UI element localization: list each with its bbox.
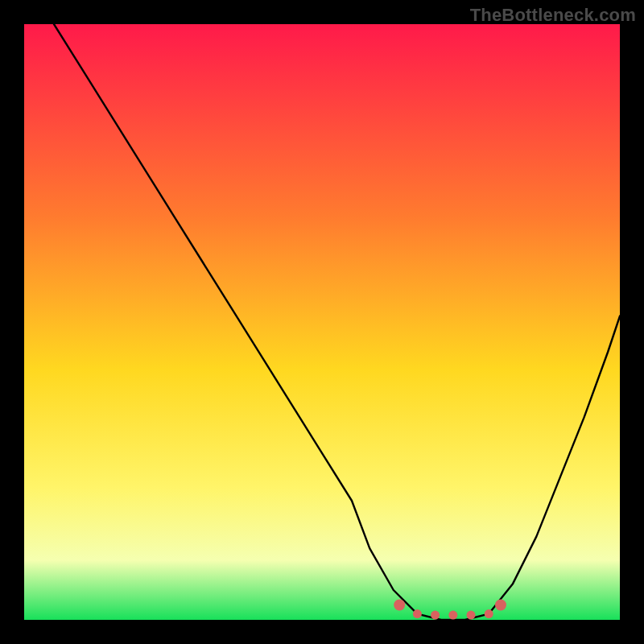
optimal-marker [495, 600, 506, 611]
optimal-marker [467, 611, 476, 620]
optimal-marker [413, 609, 422, 618]
chart-svg [24, 24, 620, 620]
optimal-marker [485, 609, 493, 618]
optimal-marker [431, 611, 440, 620]
optimal-marker [448, 611, 457, 620]
optimal-marker [394, 600, 405, 611]
chart-frame: TheBottleneck.com [0, 0, 644, 644]
gradient-background [24, 24, 620, 620]
watermark-text: TheBottleneck.com [470, 5, 636, 26]
plot-area [24, 24, 620, 620]
